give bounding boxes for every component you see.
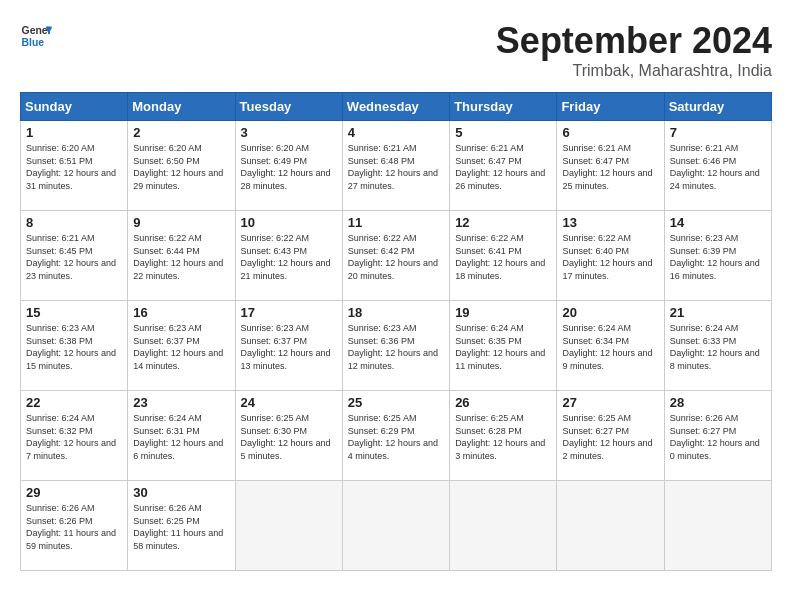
logo: General Blue [20, 20, 52, 52]
calendar-cell: 12 Sunrise: 6:22 AM Sunset: 6:41 PM Dayl… [450, 211, 557, 301]
calendar-week-4: 22 Sunrise: 6:24 AM Sunset: 6:32 PM Dayl… [21, 391, 772, 481]
calendar-cell: 14 Sunrise: 6:23 AM Sunset: 6:39 PM Dayl… [664, 211, 771, 301]
calendar-cell: 23 Sunrise: 6:24 AM Sunset: 6:31 PM Dayl… [128, 391, 235, 481]
calendar-cell: 9 Sunrise: 6:22 AM Sunset: 6:44 PM Dayli… [128, 211, 235, 301]
calendar-cell: 29 Sunrise: 6:26 AM Sunset: 6:26 PM Dayl… [21, 481, 128, 571]
calendar-cell: 16 Sunrise: 6:23 AM Sunset: 6:37 PM Dayl… [128, 301, 235, 391]
calendar-cell [664, 481, 771, 571]
calendar-cell: 19 Sunrise: 6:24 AM Sunset: 6:35 PM Dayl… [450, 301, 557, 391]
calendar-cell: 26 Sunrise: 6:25 AM Sunset: 6:28 PM Dayl… [450, 391, 557, 481]
calendar-cell: 18 Sunrise: 6:23 AM Sunset: 6:36 PM Dayl… [342, 301, 449, 391]
calendar-week-1: 1 Sunrise: 6:20 AM Sunset: 6:51 PM Dayli… [21, 121, 772, 211]
calendar-cell: 30 Sunrise: 6:26 AM Sunset: 6:25 PM Dayl… [128, 481, 235, 571]
col-friday: Friday [557, 93, 664, 121]
calendar-cell: 13 Sunrise: 6:22 AM Sunset: 6:40 PM Dayl… [557, 211, 664, 301]
calendar-cell: 11 Sunrise: 6:22 AM Sunset: 6:42 PM Dayl… [342, 211, 449, 301]
month-title: September 2024 [496, 20, 772, 62]
calendar-cell: 1 Sunrise: 6:20 AM Sunset: 6:51 PM Dayli… [21, 121, 128, 211]
col-wednesday: Wednesday [342, 93, 449, 121]
col-tuesday: Tuesday [235, 93, 342, 121]
calendar-cell: 21 Sunrise: 6:24 AM Sunset: 6:33 PM Dayl… [664, 301, 771, 391]
calendar-cell: 7 Sunrise: 6:21 AM Sunset: 6:46 PM Dayli… [664, 121, 771, 211]
calendar-cell: 5 Sunrise: 6:21 AM Sunset: 6:47 PM Dayli… [450, 121, 557, 211]
calendar-cell [235, 481, 342, 571]
col-sunday: Sunday [21, 93, 128, 121]
calendar-cell: 15 Sunrise: 6:23 AM Sunset: 6:38 PM Dayl… [21, 301, 128, 391]
calendar-cell: 25 Sunrise: 6:25 AM Sunset: 6:29 PM Dayl… [342, 391, 449, 481]
calendar-cell: 8 Sunrise: 6:21 AM Sunset: 6:45 PM Dayli… [21, 211, 128, 301]
calendar-cell: 28 Sunrise: 6:26 AM Sunset: 6:27 PM Dayl… [664, 391, 771, 481]
calendar-cell: 24 Sunrise: 6:25 AM Sunset: 6:30 PM Dayl… [235, 391, 342, 481]
col-saturday: Saturday [664, 93, 771, 121]
calendar-cell: 3 Sunrise: 6:20 AM Sunset: 6:49 PM Dayli… [235, 121, 342, 211]
calendar-week-5: 29 Sunrise: 6:26 AM Sunset: 6:26 PM Dayl… [21, 481, 772, 571]
calendar-cell: 17 Sunrise: 6:23 AM Sunset: 6:37 PM Dayl… [235, 301, 342, 391]
svg-text:Blue: Blue [22, 37, 45, 48]
calendar-cell: 6 Sunrise: 6:21 AM Sunset: 6:47 PM Dayli… [557, 121, 664, 211]
col-monday: Monday [128, 93, 235, 121]
header-row: Sunday Monday Tuesday Wednesday Thursday… [21, 93, 772, 121]
col-thursday: Thursday [450, 93, 557, 121]
calendar-cell: 4 Sunrise: 6:21 AM Sunset: 6:48 PM Dayli… [342, 121, 449, 211]
calendar-cell: 22 Sunrise: 6:24 AM Sunset: 6:32 PM Dayl… [21, 391, 128, 481]
calendar-table: Sunday Monday Tuesday Wednesday Thursday… [20, 92, 772, 571]
calendar-cell [557, 481, 664, 571]
calendar-cell: 10 Sunrise: 6:22 AM Sunset: 6:43 PM Dayl… [235, 211, 342, 301]
calendar-cell [342, 481, 449, 571]
calendar-week-2: 8 Sunrise: 6:21 AM Sunset: 6:45 PM Dayli… [21, 211, 772, 301]
calendar-cell [450, 481, 557, 571]
location-title: Trimbak, Maharashtra, India [496, 62, 772, 80]
calendar-week-3: 15 Sunrise: 6:23 AM Sunset: 6:38 PM Dayl… [21, 301, 772, 391]
calendar-cell: 27 Sunrise: 6:25 AM Sunset: 6:27 PM Dayl… [557, 391, 664, 481]
calendar-cell: 2 Sunrise: 6:20 AM Sunset: 6:50 PM Dayli… [128, 121, 235, 211]
calendar-cell: 20 Sunrise: 6:24 AM Sunset: 6:34 PM Dayl… [557, 301, 664, 391]
